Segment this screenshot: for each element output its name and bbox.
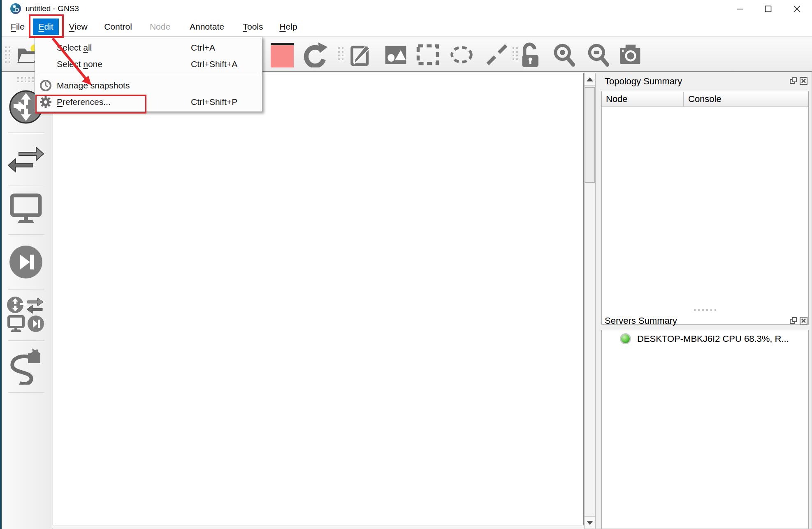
- topology-canvas[interactable]: [53, 73, 584, 525]
- server-status-led-green: [620, 333, 631, 344]
- zoom-out-icon[interactable]: [586, 42, 611, 67]
- scroll-up-button[interactable]: [585, 73, 595, 86]
- topology-summary-title: Topology Summary: [605, 76, 682, 87]
- close-button[interactable]: [784, 0, 810, 17]
- annotation-box-edit-menu: [29, 14, 64, 38]
- server-row[interactable]: DESKTOP-MBKJ6I2 CPU 68.3%, R...: [602, 331, 808, 347]
- screenshot-icon[interactable]: [618, 42, 643, 67]
- close-panel-icon[interactable]: [799, 77, 808, 85]
- maximize-button[interactable]: [755, 0, 781, 17]
- sidebar-separator: [8, 132, 44, 133]
- topology-summary-table[interactable]: Node Console: [601, 91, 809, 325]
- annotation-box-preferences: [35, 95, 146, 114]
- scrollbar-thumb[interactable]: [585, 87, 595, 183]
- browse-end-devices-icon[interactable]: [9, 193, 42, 224]
- servers-summary-list[interactable]: DESKTOP-MBKJ6I2 CPU 68.3%, R...: [601, 330, 809, 529]
- float-panel-icon[interactable]: [789, 77, 798, 85]
- draw-ellipse-icon[interactable]: [449, 42, 474, 67]
- menu-annotate[interactable]: Annotate: [182, 19, 232, 35]
- close-panel-icon[interactable]: [799, 316, 808, 325]
- column-console[interactable]: Console: [688, 91, 722, 107]
- browse-switches-icon[interactable]: [7, 146, 44, 173]
- toolbar-drag-handle[interactable]: [5, 46, 10, 63]
- title-bar: untitled - GNS3: [0, 0, 812, 17]
- device-toolbar-drag-handle[interactable]: [17, 77, 34, 82]
- menu-node: Node: [144, 19, 176, 35]
- shortcut-label: Ctrl+A: [191, 39, 215, 56]
- draw-rectangle-icon[interactable]: [415, 42, 440, 67]
- sidebar-separator: [8, 289, 44, 290]
- menu-help[interactable]: Help: [272, 19, 304, 35]
- sidebar-separator: [8, 185, 44, 186]
- browse-security-devices-icon[interactable]: [9, 245, 43, 279]
- panel-splitter[interactable]: [601, 307, 809, 313]
- draw-line-icon[interactable]: [485, 42, 509, 67]
- reload-icon[interactable]: [303, 42, 327, 67]
- canvas-vertical-scrollbar[interactable]: [584, 73, 596, 529]
- add-link-icon[interactable]: [8, 348, 44, 385]
- menu-tools[interactable]: Tools: [237, 19, 269, 35]
- device-toolbar: [0, 72, 52, 529]
- toolbar-separator-handle: [338, 47, 343, 60]
- stop-icon[interactable]: [271, 43, 294, 67]
- scroll-down-button[interactable]: [585, 516, 595, 529]
- gns3-window: untitled - GNS3 File Edit View Control N…: [0, 0, 812, 529]
- canvas-horizontal-scrollbar[interactable]: [53, 526, 584, 529]
- menu-control[interactable]: Control: [98, 19, 138, 35]
- menu-bar: File Edit View Control Node Annotate Too…: [0, 17, 812, 36]
- server-name: DESKTOP-MBKJ6I2 CPU 68.3%, R...: [637, 331, 789, 347]
- toolbar-separator-handle-2: [513, 47, 518, 60]
- column-divider[interactable]: [683, 92, 684, 106]
- zoom-in-icon[interactable]: [552, 42, 577, 67]
- sidebar-separator: [8, 340, 44, 341]
- float-panel-icon[interactable]: [789, 316, 798, 325]
- sidebar-separator: [8, 392, 44, 393]
- window-left-edge: [0, 0, 2, 529]
- sidebar-separator: [8, 234, 44, 235]
- insert-image-icon[interactable]: [383, 42, 408, 67]
- menu-file[interactable]: File: [7, 19, 28, 35]
- browse-all-devices-icon[interactable]: [6, 296, 46, 334]
- add-note-icon[interactable]: [349, 42, 374, 67]
- lock-unlock-icon[interactable]: [519, 42, 544, 67]
- gns3-logo-icon: [10, 3, 21, 14]
- column-node[interactable]: Node: [606, 91, 628, 107]
- minimize-button[interactable]: [727, 0, 753, 17]
- annotation-arrow: [45, 35, 103, 93]
- menu-view[interactable]: View: [64, 19, 93, 35]
- right-dock: Topology Summary Node Console Servers Su…: [601, 73, 809, 529]
- shortcut-label: Ctrl+Shift+A: [191, 56, 237, 72]
- servers-summary-title: Servers Summary: [605, 316, 677, 326]
- shortcut-label: Ctrl+Shift+P: [191, 94, 237, 110]
- topology-table-header: Node Console: [602, 91, 808, 107]
